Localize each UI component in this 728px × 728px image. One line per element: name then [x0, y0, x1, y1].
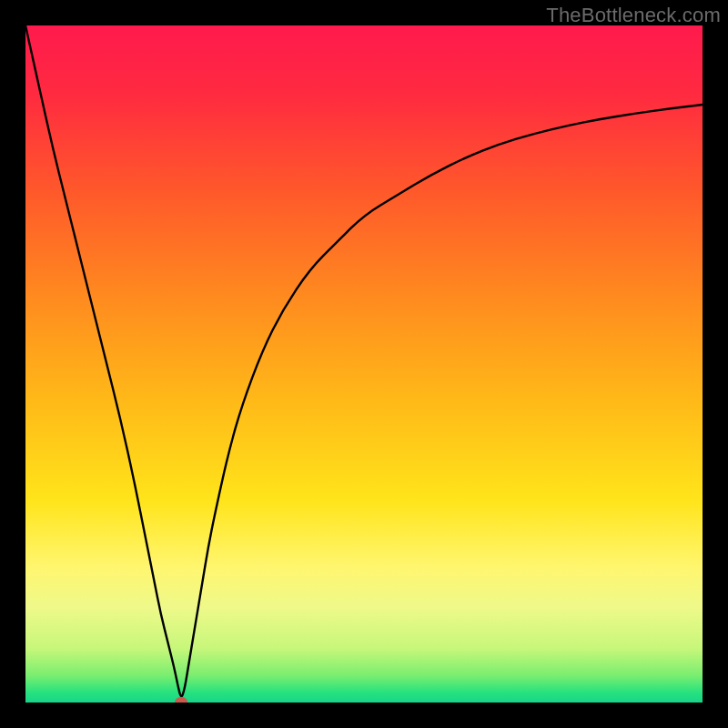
watermark-text: TheBottleneck.com: [546, 4, 721, 27]
chart-container: TheBottleneck.com: [0, 0, 728, 728]
plot-area: [25, 25, 703, 703]
chart-background: [25, 25, 703, 703]
chart-svg: [25, 25, 703, 703]
